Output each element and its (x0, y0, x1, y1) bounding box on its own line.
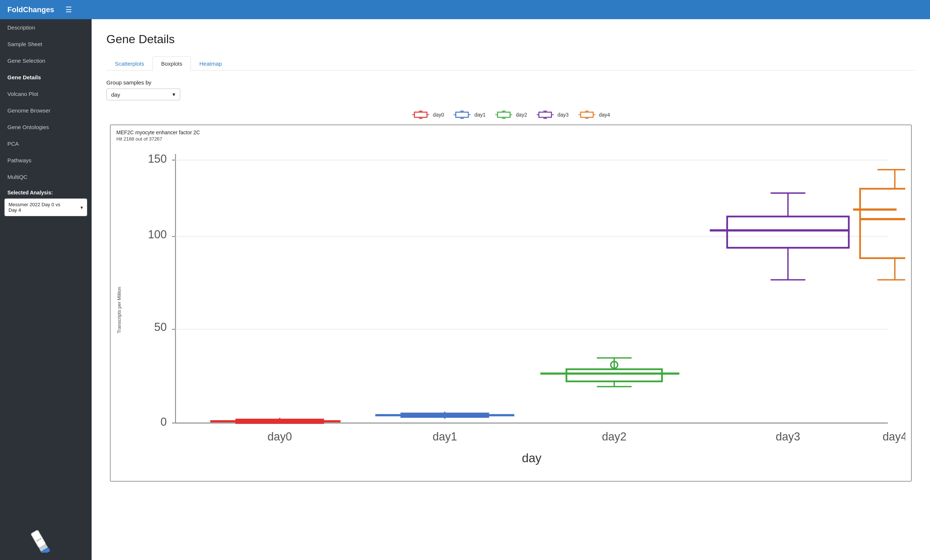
svg-rect-96 (860, 189, 905, 258)
sidebar-item-pathways[interactable]: Pathways (0, 152, 92, 169)
sidebar-item-description[interactable]: Description (0, 19, 92, 36)
tab-boxplots[interactable]: Boxplots (152, 57, 191, 71)
sidebar: DescriptionSample SheetGene SelectionGen… (0, 19, 92, 560)
group-label: Group samples by (106, 79, 915, 86)
sidebar-item-gene-details[interactable]: Gene Details (0, 69, 92, 86)
sidebar-item-pca[interactable]: PCA (0, 135, 92, 152)
sidebar-item-gene-selection[interactable]: Gene Selection (0, 52, 92, 69)
chart-subtitle: Hit 2188 out of 37267 (116, 136, 905, 142)
analysis-value: Messmer 2022 Day 0 vs Day 4 (9, 202, 60, 213)
sidebar-item-gene-ontologies[interactable]: Gene Ontologies (0, 119, 92, 135)
legend-item-day1: day1 (453, 110, 485, 119)
svg-rect-17 (456, 112, 468, 117)
svg-text:day2: day2 (602, 430, 627, 443)
chart-title: MEF2C myocyte enhancer factor 2C (116, 129, 905, 135)
svg-rect-37 (539, 112, 551, 117)
legend-item-day0: day0 (411, 110, 444, 119)
y-axis-label: Transcripts per Million (116, 145, 122, 475)
sidebar-item-volcano-plot[interactable]: Volcano Plot (0, 86, 92, 102)
legend-item-day3: day3 (536, 110, 568, 119)
sidebar-item-multiqc[interactable]: MultiQC (0, 169, 92, 185)
legend-label-day2: day2 (516, 112, 527, 118)
svg-text:day4: day4 (883, 430, 905, 443)
svg-text:50: 50 (154, 321, 167, 333)
chart-legend: day0 day1 day2 (106, 110, 915, 119)
legend-item-day4: day4 (577, 110, 610, 119)
group-value: day (111, 92, 120, 98)
svg-text:day0: day0 (267, 430, 292, 443)
sidebar-item-genome-browser[interactable]: Genome Browser (0, 102, 92, 119)
svg-text:100: 100 (148, 228, 167, 241)
svg-text:150: 150 (148, 152, 167, 165)
svg-rect-81 (567, 369, 662, 382)
main-content: Gene Details ScatterplotsBoxplotsHeatmap… (92, 19, 930, 560)
svg-rect-89 (727, 216, 849, 248)
group-select[interactable]: day ▾ (106, 89, 180, 100)
svg-rect-7 (414, 112, 427, 117)
sidebar-logo (0, 516, 92, 560)
group-arrow: ▾ (172, 91, 176, 98)
chart-svg: 0 50 100 150 (123, 145, 905, 475)
svg-rect-0 (31, 530, 46, 548)
menu-icon[interactable]: ☰ (65, 5, 72, 14)
tabs-container: ScatterplotsBoxplotsHeatmap (106, 57, 915, 71)
sidebar-item-sample-sheet[interactable]: Sample Sheet (0, 36, 92, 52)
chart-svg-wrapper: Transcripts per Million 0 50 100 (116, 145, 905, 475)
logo-icon (27, 523, 64, 552)
svg-rect-47 (580, 112, 593, 117)
tab-heatmap[interactable]: Heatmap (191, 57, 231, 71)
layout: DescriptionSample SheetGene SelectionGen… (0, 19, 930, 560)
analysis-label: Selected Analysis: (0, 185, 92, 197)
legend-label-day3: day3 (557, 112, 568, 118)
analysis-dropdown[interactable]: Messmer 2022 Day 0 vs Day 4 ▾ (5, 198, 87, 216)
legend-label-day1: day1 (474, 112, 485, 118)
page-title: Gene Details (106, 32, 915, 46)
topbar: FoldChanges ☰ (0, 0, 930, 19)
legend-label-day4: day4 (599, 112, 610, 118)
analysis-dropdown-arrow: ▾ (80, 205, 83, 210)
tab-scatterplots[interactable]: Scatterplots (106, 57, 152, 71)
svg-text:day: day (522, 451, 542, 465)
svg-text:day3: day3 (776, 430, 800, 443)
svg-text:0: 0 (161, 416, 167, 428)
legend-label-day0: day0 (433, 112, 444, 118)
svg-rect-27 (497, 112, 510, 117)
chart-container: MEF2C myocyte enhancer factor 2C Hit 218… (110, 125, 912, 482)
legend-item-day2: day2 (494, 110, 527, 119)
svg-text:day1: day1 (433, 430, 457, 443)
app-brand: FoldChanges (8, 6, 54, 14)
